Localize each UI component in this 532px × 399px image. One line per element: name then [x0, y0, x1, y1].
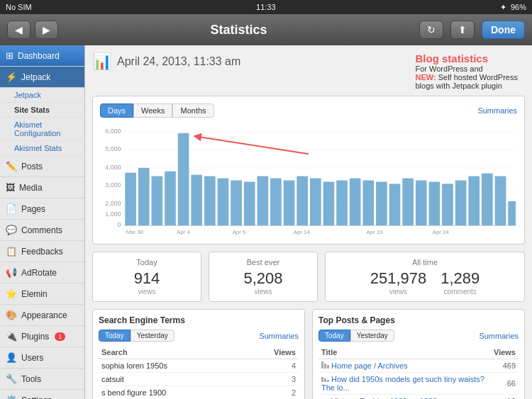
svg-rect-14 — [125, 173, 136, 225]
chart-area: 6,000 5,000 4,000 3,000 2,000 1,000 0 — [100, 123, 517, 237]
post-views-1: 469 — [491, 359, 519, 373]
users-icon: 👤 — [6, 352, 17, 363]
chart-tab-months[interactable]: Months — [172, 103, 214, 118]
chart-tabs: Days Weeks Months Summaries — [100, 103, 517, 118]
annotation-title: Blog statistics — [416, 52, 519, 64]
svg-rect-31 — [350, 179, 361, 226]
sidebar-settings-label: Settings — [21, 395, 52, 400]
chart-summaries-link[interactable]: Summaries — [477, 106, 517, 115]
chart-tab-days[interactable]: Days — [100, 103, 133, 118]
comments-icon: 💬 — [6, 225, 17, 235]
sidebar-item-users[interactable]: 👤 Users — [0, 347, 84, 369]
sidebar-item-posts[interactable]: ✏️ Posts — [0, 156, 84, 177]
sidebar-item-elemin[interactable]: ⭐ Elemin — [0, 283, 84, 305]
svg-rect-29 — [323, 181, 335, 225]
bar-chart-icon-2 — [321, 377, 329, 382]
svg-rect-40 — [468, 176, 480, 226]
search-views-1: 4 — [243, 359, 299, 373]
appearance-icon: 🎨 — [6, 310, 17, 320]
sidebar-sub-akismet-stats[interactable]: Akismet Stats — [0, 141, 84, 156]
sidebar-item-plugins[interactable]: 🔌 Plugins 1 — [0, 326, 84, 347]
time-text: 11:33 — [256, 3, 276, 11]
share-button[interactable]: ⬆ — [450, 21, 475, 39]
svg-rect-23 — [244, 181, 255, 225]
chart-tab-weeks[interactable]: Weeks — [133, 103, 172, 118]
search-terms-table: Search Views sophia loren 1950s 4 catsui… — [99, 346, 299, 399]
sidebar-sub-sitestats[interactable]: Site Stats — [0, 103, 84, 118]
stat-alltime-comments-sub: comments — [440, 288, 480, 296]
annotation-line1: For WordPress and — [416, 64, 483, 73]
search-views-2: 3 — [243, 373, 299, 386]
sidebar-item-media[interactable]: 🖼 Media — [0, 177, 84, 198]
sidebar-elemin-label: Elemin — [21, 289, 48, 299]
refresh-button[interactable]: ↻ — [419, 21, 443, 39]
svg-rect-41 — [482, 174, 493, 226]
sidebar-sub-jetpack[interactable]: Jetpack — [0, 88, 84, 103]
svg-text:1,000: 1,000 — [105, 210, 121, 218]
chart-container: Days Weeks Months Summaries 6,000 5,000 … — [92, 96, 525, 245]
sidebar-item-adrotate[interactable]: 📢 AdRotate — [0, 262, 84, 283]
posts-summaries-link[interactable]: Summaries — [479, 332, 519, 340]
svg-text:3,000: 3,000 — [105, 181, 121, 189]
jetpack-icon: ⚡ — [6, 72, 17, 82]
sidebar-sub-akismet-config[interactable]: Akismet Configuration — [0, 118, 84, 141]
svg-text:Mar 30: Mar 30 — [126, 229, 144, 235]
table-row: Home page / Archives 469 — [318, 359, 519, 373]
sidebar-item-appearance[interactable]: 🎨 Appearance — [0, 305, 84, 326]
annotation-line2rest: Self hosted WordPress — [436, 73, 518, 82]
plugins-badge: 1 — [55, 332, 65, 341]
sidebar-item-tools[interactable]: 🔧 Tools — [0, 369, 84, 390]
svg-rect-35 — [402, 179, 414, 226]
svg-rect-24 — [257, 176, 268, 226]
main-content: 📊 April 24, 2013, 11:33 am Blog statisti… — [85, 45, 532, 399]
search-col-views: Views — [243, 346, 299, 359]
stat-alltime-comments-value: 1,289 — [440, 269, 480, 288]
sidebar-jetpack-label: Jetpack — [21, 72, 50, 82]
sidebar-adrotate-label: AdRotate — [21, 268, 57, 278]
post-views-3: 16 — [491, 395, 519, 400]
annotation-body: For WordPress and NEW: Self hosted WordP… — [416, 64, 519, 90]
posts-tab-today[interactable]: Today — [318, 330, 350, 342]
top-posts-box: Top Posts & Pages Today Yesterday Summar… — [312, 309, 525, 399]
sidebar-pages-label: Pages — [21, 204, 45, 214]
forward-button[interactable]: ▶ — [35, 21, 58, 39]
dashboard-icon: ⊞ — [6, 50, 13, 61]
search-summaries-link[interactable]: Summaries — [259, 332, 299, 340]
search-term-3: s bend figure 1900 — [99, 386, 243, 400]
sidebar-item-dashboard[interactable]: ⊞ Dashboard — [0, 45, 84, 67]
stat-box-alltime: All time 251,978 views 1,289 comments — [325, 252, 525, 302]
stat-box-best: Best ever 5,208 views — [209, 252, 318, 302]
blog-stats-annotation: Blog statistics For WordPress and NEW: S… — [416, 52, 519, 90]
signal-text: No SIM — [6, 3, 32, 11]
search-tab-yesterday[interactable]: Yesterday — [131, 330, 174, 342]
svg-rect-22 — [231, 180, 242, 225]
back-button[interactable]: ◀ — [7, 21, 31, 39]
sidebar-appearance-label: Appearance — [21, 310, 67, 320]
sidebar-item-jetpack[interactable]: ⚡ Jetpack — [0, 67, 84, 88]
sidebar-item-comments[interactable]: 💬 Comments — [0, 220, 84, 241]
svg-text:2,000: 2,000 — [105, 200, 121, 207]
media-icon: 🖼 — [6, 182, 15, 193]
done-button[interactable]: Done — [482, 21, 525, 39]
stat-best-sub: views — [218, 288, 309, 296]
svg-rect-37 — [429, 181, 440, 225]
table-row: sophia loren 1950s 4 — [99, 359, 299, 373]
table-row: s bend figure 1900 2 — [99, 386, 299, 400]
stats-date: April 24, 2013, 11:33 am — [117, 55, 240, 68]
sidebar-item-settings[interactable]: ⚙️ Settings — [0, 390, 84, 399]
posts-tab-yesterday[interactable]: Yesterday — [350, 330, 394, 342]
svg-rect-15 — [138, 168, 150, 225]
svg-line-50 — [197, 137, 309, 154]
annotation-line3: blogs with Jetpack plugin — [416, 82, 502, 90]
svg-rect-18 — [178, 133, 189, 225]
sidebar-item-pages[interactable]: 📄 Pages — [0, 198, 84, 220]
search-tab-today[interactable]: Today — [99, 330, 131, 342]
stat-today-label: Today — [101, 258, 192, 266]
battery-text: 96% — [511, 3, 526, 11]
main-layout: ⊞ Dashboard ⚡ Jetpack Jetpack Site Stats… — [0, 45, 532, 399]
top-posts-table: Title Views Home page / Archives — [318, 346, 519, 399]
top-posts-tabs: Today Yesterday Summaries — [318, 330, 519, 342]
stats-summary: Today 914 views Best ever 5,208 views Al… — [92, 252, 525, 302]
stat-today-value: 914 — [101, 269, 192, 288]
sidebar-item-feedbacks[interactable]: 📋 Feedbacks — [0, 241, 84, 262]
